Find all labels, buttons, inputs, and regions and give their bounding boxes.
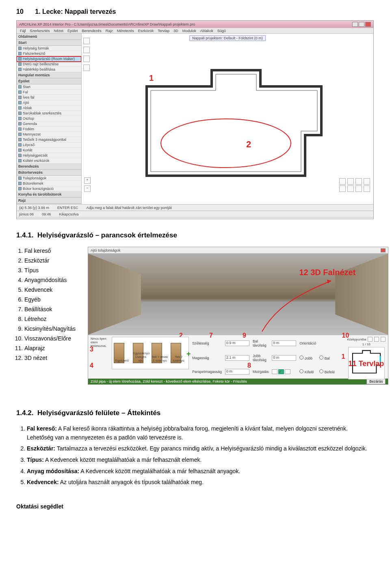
rotate-icon[interactable] xyxy=(83,65,90,71)
nav-icon[interactable] xyxy=(339,185,346,192)
menu-item[interactable]: Épület xyxy=(67,29,78,33)
drawing-canvas[interactable]: Nappali projektem: Default - Földszint (… xyxy=(82,34,373,204)
zoom-in-icon[interactable] xyxy=(339,178,346,185)
close-button[interactable] xyxy=(365,22,371,27)
menu-item[interactable]: 3D xyxy=(173,29,178,33)
left-dist-input[interactable]: 0 m xyxy=(272,340,296,346)
annotation-8: 8 xyxy=(247,362,251,369)
tool-icon[interactable] xyxy=(374,337,379,342)
cmd-item: Eszköztár xyxy=(24,256,76,265)
group-berendezes[interactable]: Berendezés xyxy=(17,164,81,170)
sidebar-item-room-maker[interactable]: Helyiségvarázsló (Room Maker) xyxy=(17,56,81,62)
parapet-input[interactable]: 0 m xyxy=(225,369,249,375)
radio-bal[interactable] xyxy=(319,355,323,360)
menu-item[interactable]: Nézet xyxy=(54,29,64,33)
group-hangulat[interactable]: Hangulat montázs xyxy=(17,72,81,78)
prop-label: Magasság xyxy=(192,356,222,360)
sidebar-item[interactable]: Íves fal xyxy=(17,95,81,100)
close-icon[interactable] xyxy=(381,248,386,252)
sidebar-item[interactable]: Ablak xyxy=(17,106,81,111)
nav-icon[interactable] xyxy=(355,185,362,192)
sidebar-item[interactable]: Korlát xyxy=(17,148,81,153)
menu-item[interactable]: Méretezés xyxy=(117,29,134,33)
radio-befele[interactable] xyxy=(319,369,323,373)
sidebar-item[interactable]: Gerenda xyxy=(17,121,81,127)
group-konyha[interactable]: Konyha és tárolóbútorok xyxy=(17,192,81,198)
tool-icon[interactable] xyxy=(381,337,386,342)
sidebar-item[interactable]: Sarokablak szerkesztés xyxy=(17,111,81,116)
arrow-left-icon[interactable] xyxy=(272,369,277,374)
arrow-icon[interactable] xyxy=(83,38,90,44)
sidebar-item[interactable]: Bútor konszignáció xyxy=(17,186,81,192)
menu-item[interactable]: Súgó xyxy=(217,29,226,33)
menu-item[interactable]: Szerkesztés xyxy=(30,29,50,33)
kozeppontba-label: Középpontba xyxy=(347,338,366,341)
zoom-out-icon[interactable] xyxy=(347,178,354,185)
menu-item[interactable]: Tervlap xyxy=(158,29,169,33)
menu-item[interactable]: Rajz xyxy=(106,29,113,33)
group-epulet[interactable]: Épület xyxy=(17,78,81,84)
menu-item[interactable]: Berendezés xyxy=(82,29,102,33)
group-butor[interactable]: Bútortervezés xyxy=(17,170,81,176)
zoom-window-icon[interactable] xyxy=(364,178,370,185)
sidebar-item[interactable]: Oszlop xyxy=(17,116,81,121)
tool-icon[interactable] xyxy=(368,337,373,342)
svg-marker-1 xyxy=(327,280,331,284)
zoom-extents-icon[interactable] xyxy=(355,178,362,185)
page-number: 10 xyxy=(16,8,24,15)
right-dist-input[interactable]: 0 m xyxy=(272,355,296,361)
sidebar-item[interactable]: Kültéri eszközök xyxy=(17,158,81,164)
menu-bar: Fájl Szerkesztés Nézet Épület Berendezés… xyxy=(17,28,373,34)
arrow-right-icon[interactable] xyxy=(285,369,290,374)
radio-jobb[interactable] xyxy=(299,355,303,360)
magnify-icon[interactable] xyxy=(83,47,90,53)
cmd-item: Kicsinyítés/Nagyítás xyxy=(24,325,76,333)
sidebar-item[interactable]: Tetősík 3 magasságponttal xyxy=(17,137,81,142)
cmd-item: Visszavonás/Előre xyxy=(24,334,76,343)
check-icon[interactable]: ✓ xyxy=(278,369,284,374)
cmd-item: Egyéb xyxy=(24,295,76,304)
width-input[interactable]: 0.9 m xyxy=(225,340,249,346)
sidebar-item[interactable]: Bútorelemek xyxy=(17,181,81,186)
group-start[interactable]: Start xyxy=(17,40,81,46)
sidebar-item[interactable]: Mennyezet xyxy=(17,132,81,137)
sidebar-item[interactable]: Födém xyxy=(17,127,81,132)
annotation-3: 3 xyxy=(90,346,93,353)
group-meretezes[interactable]: Méretezés xyxy=(17,204,81,204)
radio-kifele[interactable] xyxy=(299,369,303,373)
dialog-title: Ajtó tulajdonságok xyxy=(91,248,121,252)
menu-item[interactable]: Ablakok xyxy=(200,29,213,33)
plus-icon[interactable]: + xyxy=(186,350,191,358)
sidebar-item[interactable]: Tulajdonságok xyxy=(17,176,81,181)
prop-label: Orientáció xyxy=(299,341,316,345)
nav-icon[interactable] xyxy=(364,185,370,192)
pan-icon[interactable] xyxy=(83,56,90,62)
minus-icon[interactable]: − xyxy=(84,185,91,192)
annotation-4: 4 xyxy=(90,362,93,369)
annotation-1: 1 xyxy=(341,353,345,360)
sidebar-item[interactable]: Helyiségpecsét xyxy=(17,153,81,158)
plus-icon[interactable]: + xyxy=(84,177,91,184)
sidebar-item[interactable]: Helyiség formák xyxy=(17,46,81,51)
annotation-9: 9 xyxy=(243,332,246,339)
nav-icon[interactable] xyxy=(347,185,354,192)
status-mode: Kikapcsolva xyxy=(59,212,79,216)
sidebar-item[interactable]: Ajtó xyxy=(17,100,81,106)
overview-item: Típus: A Kedvencek között megtalálhatóak… xyxy=(27,456,374,465)
sidebar-item[interactable]: Lépcső xyxy=(17,142,81,148)
sidebar-item[interactable]: DWG rajz beillesztése xyxy=(17,62,81,67)
prop-label: Bal távolság xyxy=(253,339,269,347)
sidebar-item[interactable]: Háttérkép beállítása xyxy=(17,67,81,72)
sidebar-item[interactable]: Start xyxy=(17,84,81,90)
sidebar-item[interactable]: Falszerkesztő xyxy=(17,51,81,56)
sidebar-item[interactable]: Fal xyxy=(17,90,81,95)
height-input[interactable]: 2.1 m xyxy=(225,355,249,361)
menu-item[interactable]: Fájl xyxy=(20,29,26,33)
minimize-button[interactable] xyxy=(352,22,358,27)
view-3d-wall[interactable]: 12 3D Falnézet xyxy=(88,254,388,335)
group-rajz[interactable]: Rajz xyxy=(17,198,81,204)
menu-item[interactable]: Eszközök xyxy=(138,29,154,33)
maximize-button[interactable] xyxy=(359,22,364,27)
menu-item[interactable]: Modulok xyxy=(182,29,196,33)
thumb-label: Teli 2 szárnyú xyxy=(171,355,187,362)
